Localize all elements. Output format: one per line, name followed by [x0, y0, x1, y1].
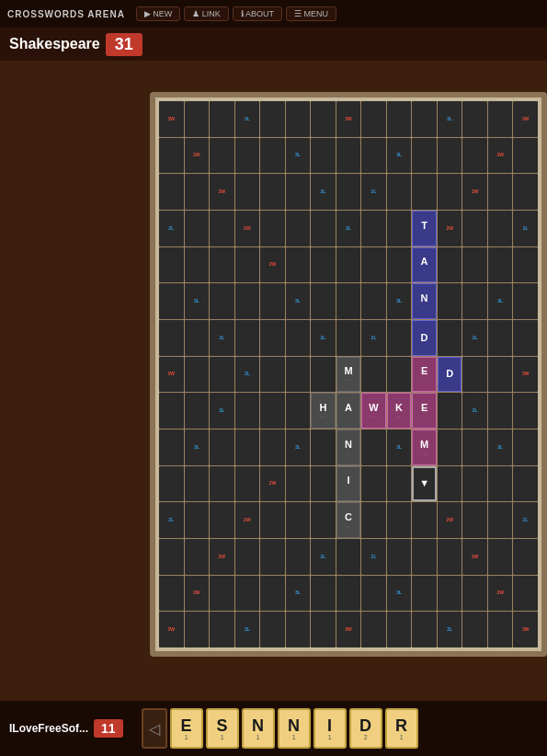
- board-cell[interactable]: [185, 174, 210, 210]
- board-cell[interactable]: [260, 357, 285, 393]
- board-cell[interactable]: [462, 502, 487, 538]
- board-cell[interactable]: [387, 466, 412, 502]
- board-cell[interactable]: [387, 502, 412, 538]
- board-cell[interactable]: [159, 393, 184, 429]
- board-cell[interactable]: [438, 174, 462, 210]
- board-cell[interactable]: [336, 576, 361, 612]
- board-cell[interactable]: [513, 576, 538, 612]
- board-cell[interactable]: [488, 320, 513, 356]
- board-cell[interactable]: 2L: [462, 393, 487, 429]
- board-cell[interactable]: 3L: [286, 430, 311, 465]
- board-cell[interactable]: [513, 320, 538, 356]
- board-cell[interactable]: [387, 357, 412, 393]
- board-cell[interactable]: [336, 320, 361, 356]
- board-cell[interactable]: D: [438, 357, 462, 393]
- board-cell[interactable]: 3L: [286, 283, 311, 319]
- board-cell[interactable]: 2W: [438, 502, 462, 538]
- board-cell[interactable]: 2L: [235, 357, 260, 393]
- board-cell[interactable]: [462, 466, 487, 502]
- board-cell[interactable]: [311, 283, 336, 319]
- board-cell[interactable]: [159, 247, 184, 283]
- board-cell[interactable]: [159, 174, 184, 210]
- board-cell[interactable]: 3L: [286, 138, 311, 174]
- board-cell[interactable]: [286, 539, 311, 575]
- board-cell[interactable]: [286, 466, 311, 502]
- board-cell[interactable]: [210, 283, 234, 319]
- board-cell[interactable]: [361, 576, 386, 612]
- board-cell[interactable]: [361, 502, 386, 538]
- board-cell[interactable]: [185, 320, 210, 356]
- board-cell[interactable]: [412, 138, 437, 174]
- board-cell[interactable]: 3L: [286, 576, 311, 612]
- board-cell[interactable]: 3L: [387, 430, 412, 465]
- board-cell[interactable]: [260, 211, 285, 246]
- board-cell[interactable]: 3L: [185, 430, 210, 465]
- board-cell[interactable]: [438, 576, 462, 612]
- board-cell[interactable]: [336, 247, 361, 283]
- board-cell[interactable]: [513, 393, 538, 429]
- board-cell[interactable]: 2W: [462, 539, 487, 575]
- board-cell[interactable]: [311, 430, 336, 465]
- board-cell[interactable]: [361, 101, 386, 137]
- board-cell[interactable]: [210, 138, 234, 174]
- board-cell[interactable]: [210, 576, 234, 612]
- board-cell[interactable]: [387, 612, 412, 647]
- board-cell[interactable]: [210, 211, 234, 246]
- board-cell[interactable]: E.: [412, 393, 437, 429]
- board-cell[interactable]: 2L: [336, 211, 361, 246]
- board-cell[interactable]: 2L: [361, 320, 386, 356]
- board-cell[interactable]: T..: [412, 211, 437, 246]
- board-cell[interactable]: [361, 430, 386, 465]
- board-cell[interactable]: [462, 430, 487, 465]
- board-cell[interactable]: 2L: [235, 101, 260, 137]
- board-cell[interactable]: [462, 283, 487, 319]
- board-cell[interactable]: 2L: [311, 320, 336, 356]
- board-cell[interactable]: [412, 101, 437, 137]
- board-cell[interactable]: [159, 430, 184, 465]
- board-cell[interactable]: [260, 138, 285, 174]
- board-cell[interactable]: [488, 539, 513, 575]
- menu-button[interactable]: ☰ MENU: [286, 6, 336, 21]
- board-cell[interactable]: [513, 247, 538, 283]
- board-cell[interactable]: [210, 430, 234, 465]
- rack-tile[interactable]: N1: [278, 708, 311, 749]
- board-cell[interactable]: [286, 174, 311, 210]
- board-cell[interactable]: [438, 539, 462, 575]
- board-cell[interactable]: [462, 612, 487, 647]
- link-button[interactable]: ♟ LINK: [184, 6, 229, 21]
- board-cell[interactable]: [286, 393, 311, 429]
- board-cell[interactable]: [438, 430, 462, 465]
- board-cell[interactable]: 3W: [159, 101, 184, 137]
- board-cell[interactable]: [361, 466, 386, 502]
- board-cell[interactable]: [235, 320, 260, 356]
- board-cell[interactable]: 2W: [235, 502, 260, 538]
- board-cell[interactable]: 2W: [235, 211, 260, 246]
- board-cell[interactable]: [235, 393, 260, 429]
- board-cell[interactable]: [488, 101, 513, 137]
- board-cell[interactable]: [311, 612, 336, 647]
- board-cell[interactable]: [462, 576, 487, 612]
- board-cell[interactable]: [235, 138, 260, 174]
- board-cell[interactable]: [462, 211, 487, 246]
- board-cell[interactable]: [361, 612, 386, 647]
- board-cell[interactable]: 3W: [336, 612, 361, 647]
- board-cell[interactable]: E.: [412, 357, 437, 393]
- board-cell[interactable]: [336, 539, 361, 575]
- board-cell[interactable]: 2L: [235, 612, 260, 647]
- board-cell[interactable]: 2L: [361, 539, 386, 575]
- board-cell[interactable]: [311, 247, 336, 283]
- board-cell[interactable]: [438, 138, 462, 174]
- board-cell[interactable]: 3W: [513, 612, 538, 647]
- board-cell[interactable]: 2W: [438, 211, 462, 246]
- board-cell[interactable]: [260, 430, 285, 465]
- board-cell[interactable]: [210, 247, 234, 283]
- board-cell[interactable]: [260, 320, 285, 356]
- board-cell[interactable]: H...: [311, 393, 336, 429]
- board-cell[interactable]: [488, 211, 513, 246]
- board-cell[interactable]: M...: [412, 430, 437, 465]
- board-cell[interactable]: 3W: [159, 612, 184, 647]
- board-cell[interactable]: W....: [361, 393, 386, 429]
- board-cell[interactable]: [311, 576, 336, 612]
- board-cell[interactable]: 2L: [311, 174, 336, 210]
- board-cell[interactable]: [185, 211, 210, 246]
